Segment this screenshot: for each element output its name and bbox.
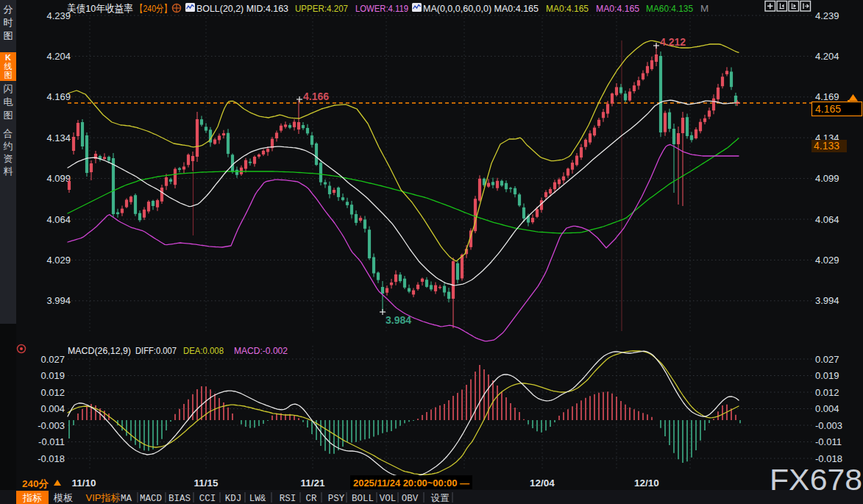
svg-text:设置: 设置 bbox=[431, 493, 450, 503]
svg-text:4.064: 4.064 bbox=[46, 214, 71, 225]
svg-text:LOWER:4.119: LOWER:4.119 bbox=[355, 3, 408, 14]
svg-text:4.099: 4.099 bbox=[815, 173, 839, 184]
svg-text:0.027: 0.027 bbox=[40, 354, 65, 365]
svg-text:【240分】: 【240分】 bbox=[135, 3, 171, 14]
svg-text:MA(0,0,0,60,0,0) MA0:4.165: MA(0,0,0,60,0,0) MA0:4.165 bbox=[423, 3, 539, 14]
svg-text:-0.003: -0.003 bbox=[38, 420, 65, 431]
svg-text:K: K bbox=[5, 53, 11, 62]
svg-text:MACD: MACD bbox=[140, 494, 162, 504]
svg-text:4.029: 4.029 bbox=[46, 255, 71, 266]
svg-text:电: 电 bbox=[4, 96, 13, 107]
svg-text:BIAS: BIAS bbox=[168, 494, 191, 504]
svg-text:DIFF:0.007: DIFF:0.007 bbox=[135, 345, 177, 356]
svg-text:0.004: 0.004 bbox=[40, 403, 65, 414]
svg-text:OBV: OBV bbox=[402, 494, 419, 504]
svg-text:指标: 指标 bbox=[22, 492, 42, 503]
svg-text:-0.011: -0.011 bbox=[815, 436, 842, 447]
svg-text:BOLL(20,2) MID:4.163: BOLL(20,2) MID:4.163 bbox=[196, 3, 288, 14]
svg-text:CR: CR bbox=[305, 494, 317, 504]
svg-text:DEA:0.008: DEA:0.008 bbox=[183, 345, 224, 356]
svg-text:-0.018: -0.018 bbox=[815, 453, 842, 464]
svg-text:0.004: 0.004 bbox=[815, 403, 839, 414]
svg-text:4.029: 4.029 bbox=[815, 255, 839, 266]
svg-text:4.166: 4.166 bbox=[303, 90, 329, 102]
svg-text:图: 图 bbox=[4, 30, 13, 41]
svg-text:闪: 闪 bbox=[4, 83, 13, 94]
svg-text:12/10: 12/10 bbox=[634, 478, 659, 489]
svg-text:KDJ: KDJ bbox=[225, 494, 242, 504]
svg-text:240分: 240分 bbox=[22, 478, 49, 489]
svg-text:-0.018: -0.018 bbox=[38, 453, 65, 464]
svg-text:4.165: 4.165 bbox=[815, 103, 841, 115]
svg-text:0.012: 0.012 bbox=[40, 387, 65, 398]
svg-text:BOLL: BOLL bbox=[352, 494, 374, 504]
svg-text:2025/11/24 20:00~00:00 —: 2025/11/24 20:00~00:00 — bbox=[353, 478, 469, 489]
svg-text:4.099: 4.099 bbox=[46, 173, 71, 184]
svg-text:4.134: 4.134 bbox=[46, 132, 71, 143]
svg-text:-0.003: -0.003 bbox=[815, 420, 842, 431]
svg-text:4.133: 4.133 bbox=[814, 140, 839, 152]
svg-text:12/04: 12/04 bbox=[530, 478, 555, 489]
svg-text:4.169: 4.169 bbox=[815, 91, 839, 102]
svg-text:时: 时 bbox=[4, 17, 13, 28]
svg-text:4.204: 4.204 bbox=[815, 51, 839, 62]
svg-text:图: 图 bbox=[4, 71, 13, 79]
svg-text:MA0:4.165: MA0:4.165 bbox=[546, 3, 589, 14]
svg-text:4.169: 4.169 bbox=[46, 91, 71, 102]
svg-text:M: M bbox=[700, 3, 708, 14]
svg-text:MA60:4.135: MA60:4.135 bbox=[646, 3, 693, 14]
svg-text:0.027: 0.027 bbox=[815, 354, 839, 365]
svg-text:资: 资 bbox=[4, 153, 13, 164]
svg-text:11/21: 11/21 bbox=[300, 478, 325, 489]
svg-text:4.212: 4.212 bbox=[660, 36, 686, 48]
svg-text:UPPER:4.207: UPPER:4.207 bbox=[295, 3, 348, 14]
svg-text:VIP指标: VIP指标 bbox=[86, 492, 121, 503]
svg-text:LW&: LW& bbox=[249, 494, 266, 504]
svg-text:11/15: 11/15 bbox=[193, 478, 219, 489]
svg-text:3.984: 3.984 bbox=[386, 314, 411, 326]
svg-text:分: 分 bbox=[4, 4, 13, 15]
svg-text:线: 线 bbox=[4, 62, 13, 71]
svg-text:3.994: 3.994 bbox=[46, 295, 71, 306]
svg-text:0.012: 0.012 bbox=[815, 387, 839, 398]
svg-text:4.239: 4.239 bbox=[815, 10, 839, 21]
svg-text:料: 料 bbox=[4, 166, 13, 177]
svg-text:约: 约 bbox=[4, 141, 13, 152]
svg-text:CCI: CCI bbox=[199, 494, 216, 504]
svg-text:11/10: 11/10 bbox=[71, 478, 96, 489]
svg-text:0.019: 0.019 bbox=[40, 370, 65, 381]
svg-text:-0.011: -0.011 bbox=[38, 436, 65, 447]
svg-text:美债10年收益率: 美债10年收益率 bbox=[67, 3, 133, 14]
svg-text:3.994: 3.994 bbox=[815, 295, 839, 306]
svg-text:MACD:-0.002: MACD:-0.002 bbox=[234, 345, 288, 356]
svg-text:图: 图 bbox=[4, 110, 13, 121]
svg-text:PSY: PSY bbox=[328, 494, 345, 504]
svg-text:RSI: RSI bbox=[280, 494, 296, 504]
svg-text:4.204: 4.204 bbox=[46, 51, 71, 62]
svg-text:合: 合 bbox=[4, 128, 13, 139]
svg-text:MA: MA bbox=[121, 494, 132, 504]
svg-text:4.064: 4.064 bbox=[815, 214, 839, 225]
svg-text:MACD(26,12,9): MACD(26,12,9) bbox=[68, 345, 131, 356]
svg-text:MA0:4.165: MA0:4.165 bbox=[596, 3, 639, 14]
svg-text:模板: 模板 bbox=[53, 492, 73, 503]
svg-text:VOL: VOL bbox=[380, 494, 397, 504]
svg-text:0.019: 0.019 bbox=[815, 370, 839, 381]
